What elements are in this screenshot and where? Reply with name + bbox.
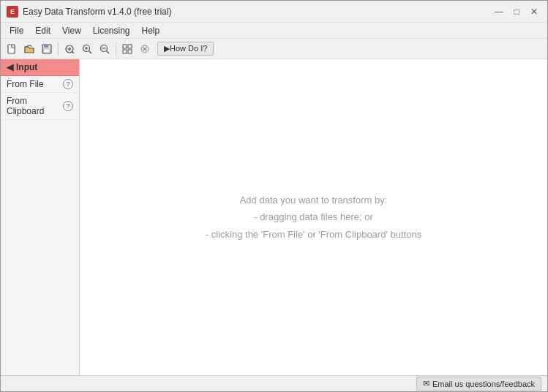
from-clipboard-item[interactable]: From Clipboard ? — [1, 93, 79, 120]
from-clipboard-help[interactable]: ? — [63, 101, 73, 111]
status-bar: Email us questions/feedback — [1, 375, 547, 391]
window-title: Easy Data Transform v1.4.0 (free trial) — [23, 7, 171, 17]
zoom-fit-button[interactable] — [61, 41, 78, 57]
from-file-label: From File — [7, 79, 44, 89]
svg-rect-16 — [128, 45, 132, 48]
minimize-button[interactable]: — — [492, 4, 506, 19]
zoom-out-button[interactable] — [97, 41, 113, 57]
svg-rect-2 — [44, 45, 48, 48]
main-area: ◀ Input From File ? From Clipboard ? Add… — [1, 59, 547, 375]
svg-line-13 — [107, 50, 110, 53]
save-button[interactable] — [39, 41, 55, 57]
svg-rect-15 — [123, 45, 127, 48]
svg-line-5 — [72, 51, 75, 53]
menu-view[interactable]: View — [56, 23, 87, 38]
close-x-button[interactable] — [137, 41, 153, 57]
envelope-icon — [423, 379, 429, 388]
menu-bar: File Edit View Licensing Help — [1, 23, 547, 39]
how-do-i-button[interactable]: ▶How Do I? — [157, 42, 214, 56]
zoom-in-button[interactable] — [79, 41, 95, 57]
from-file-item[interactable]: From File ? — [1, 76, 79, 93]
from-clipboard-label: From Clipboard — [7, 96, 63, 116]
hint-line-1: Add data you want to transform by: — [240, 192, 388, 208]
input-header-arrow: ◀ — [7, 62, 13, 72]
svg-rect-3 — [44, 49, 50, 53]
title-bar-controls: — □ ✕ — [492, 4, 541, 19]
title-bar: E Easy Data Transform v1.4.0 (free trial… — [1, 1, 547, 23]
grid-button[interactable] — [119, 41, 135, 57]
email-feedback-button[interactable]: Email us questions/feedback — [416, 377, 541, 391]
hint-line-3: - clicking the 'From File' or 'From Clip… — [206, 226, 421, 243]
hint-line-2: - dragging data files here; or — [254, 208, 373, 225]
new-button[interactable] — [4, 41, 20, 57]
app-icon: E — [7, 6, 18, 18]
menu-help[interactable]: Help — [136, 23, 166, 38]
svg-line-9 — [89, 50, 92, 53]
email-feedback-label: Email us questions/feedback — [432, 380, 535, 388]
menu-edit[interactable]: Edit — [29, 23, 56, 38]
input-header-label: Input — [16, 62, 37, 72]
menu-licensing[interactable]: Licensing — [87, 23, 136, 38]
svg-rect-18 — [128, 50, 132, 53]
toolbar-separator-2 — [116, 42, 116, 56]
menu-file[interactable]: File — [4, 23, 29, 38]
open-button[interactable] — [21, 41, 37, 57]
maximize-button[interactable]: □ — [509, 4, 524, 19]
left-panel: ◀ Input From File ? From Clipboard ? — [1, 59, 80, 375]
from-file-help[interactable]: ? — [63, 79, 73, 89]
title-bar-left: E Easy Data Transform v1.4.0 (free trial… — [7, 6, 171, 18]
toolbar: ▶How Do I? — [1, 39, 547, 59]
close-button[interactable]: ✕ — [527, 4, 541, 19]
toolbar-separator-1 — [58, 42, 59, 56]
content-area: Add data you want to transform by: - dra… — [80, 59, 547, 375]
svg-rect-17 — [123, 50, 127, 53]
input-header: ◀ Input — [1, 59, 79, 76]
